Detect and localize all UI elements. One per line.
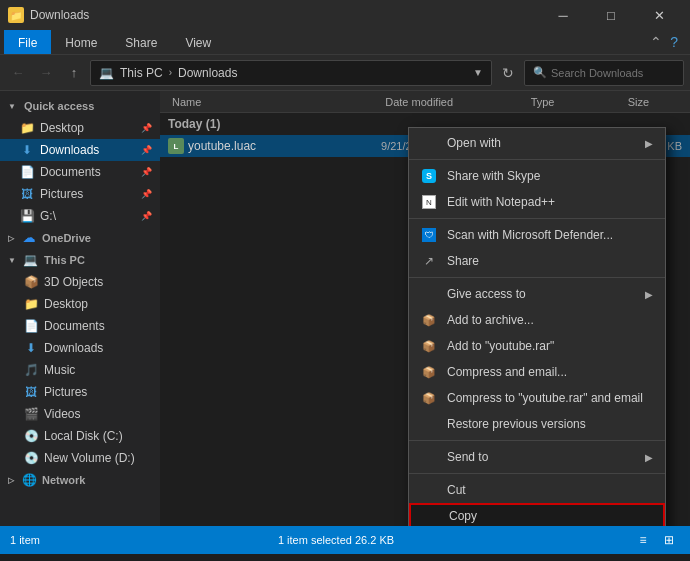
minimize-button[interactable]: ─	[540, 0, 586, 30]
file-content: Name Date modified Type Size Today (1) L…	[160, 91, 690, 526]
tab-view[interactable]: View	[171, 30, 225, 54]
sidebar-gdrive-label: G:\	[40, 209, 56, 223]
pin-icon2: 📌	[141, 145, 152, 155]
sidebar-item-videos[interactable]: 🎬 Videos	[0, 403, 160, 425]
documents2-icon: 📄	[24, 319, 38, 333]
ribbon-collapse-button[interactable]: ⌃	[650, 34, 662, 50]
documents-icon: 📄	[20, 165, 34, 179]
ctx-share-skype[interactable]: S Share with Skype	[409, 163, 665, 189]
sidebar-onedrive-label: OneDrive	[42, 232, 91, 244]
title-bar: 📁 Downloads ─ □ ✕	[0, 0, 690, 30]
sidebar: ▼ Quick access 📁 Desktop 📌 ⬇ Downloads 📌…	[0, 91, 160, 526]
address-bar: ← → ↑ 💻 This PC › Downloads ▼ ↻ 🔍	[0, 55, 690, 91]
winrar3-icon: 📦	[421, 364, 437, 380]
sidebar-desktop2-label: Desktop	[44, 297, 88, 311]
ctx-add-archive-label: Add to archive...	[447, 313, 534, 327]
tab-file[interactable]: File	[4, 30, 51, 54]
maximize-button[interactable]: □	[588, 0, 634, 30]
send-to-icon	[421, 449, 437, 465]
title-bar-left: 📁 Downloads	[8, 7, 89, 23]
sidebar-item-documents2[interactable]: 📄 Documents	[0, 315, 160, 337]
back-button[interactable]: ←	[6, 61, 30, 85]
open-with-arrow-icon: ▶	[645, 138, 653, 149]
winrar3-icon-img: 📦	[422, 365, 436, 379]
ctx-separator-5	[409, 473, 665, 474]
sidebar-item-3dobjects[interactable]: 📦 3D Objects	[0, 271, 160, 293]
ctx-defender[interactable]: 🛡 Scan with Microsoft Defender...	[409, 222, 665, 248]
sidebar-videos-label: Videos	[44, 407, 80, 421]
pin-icon5: 📌	[141, 211, 152, 221]
gdrive-icon: 💾	[20, 209, 34, 223]
forward-button[interactable]: →	[34, 61, 58, 85]
sidebar-item-documents[interactable]: 📄 Documents 📌	[0, 161, 160, 183]
ctx-cut[interactable]: Cut	[409, 477, 665, 503]
sidebar-item-music[interactable]: 🎵 Music	[0, 359, 160, 381]
status-bar: 1 item 1 item selected 26.2 KB ≡ ⊞	[0, 526, 690, 554]
ribbon: File Home Share View ⌃ ?	[0, 30, 690, 55]
ctx-open-with[interactable]: Open with ▶	[409, 130, 665, 156]
sidebar-network-label: Network	[42, 474, 85, 486]
sidebar-item-localc[interactable]: 💿 Local Disk (C:)	[0, 425, 160, 447]
ctx-notepad[interactable]: N Edit with Notepad++	[409, 189, 665, 215]
sidebar-newd-label: New Volume (D:)	[44, 451, 135, 465]
ctx-add-archive[interactable]: 📦 Add to archive...	[409, 307, 665, 333]
up-button[interactable]: ↑	[62, 61, 86, 85]
ctx-share[interactable]: ↗ Share	[409, 248, 665, 274]
ctx-send-to[interactable]: Send to ▶	[409, 444, 665, 470]
col-header-type[interactable]: Type	[527, 96, 624, 108]
downloads-icon: ⬇	[20, 143, 34, 157]
help-button[interactable]: ?	[670, 34, 678, 50]
close-button[interactable]: ✕	[636, 0, 682, 30]
sidebar-item-desktop[interactable]: 📁 Desktop 📌	[0, 117, 160, 139]
tab-home[interactable]: Home	[51, 30, 111, 54]
tab-share[interactable]: Share	[111, 30, 171, 54]
ctx-share-skype-label: Share with Skype	[447, 169, 540, 183]
ctx-separator-1	[409, 159, 665, 160]
file-name-youtube: youtube.luac	[188, 139, 377, 153]
ctx-give-access[interactable]: Give access to ▶	[409, 281, 665, 307]
ctx-send-to-label: Send to	[447, 450, 488, 464]
skype-icon: S	[421, 168, 437, 184]
network-arrow-icon: ▷	[8, 476, 14, 485]
sidebar-item-downloads2[interactable]: ⬇ Downloads	[0, 337, 160, 359]
address-path[interactable]: 💻 This PC › Downloads ▼	[90, 60, 492, 86]
sidebar-item-gdrive[interactable]: 💾 G:\ 📌	[0, 205, 160, 227]
ctx-give-access-label: Give access to	[447, 287, 526, 301]
tiles-view-button[interactable]: ⊞	[658, 529, 680, 551]
luac-file-icon: L	[168, 138, 184, 154]
search-input[interactable]	[551, 67, 675, 79]
path-dropdown-icon[interactable]: ▼	[473, 67, 483, 78]
ctx-copy[interactable]: Copy	[409, 503, 665, 526]
pictures2-icon: 🖼	[24, 385, 38, 399]
ctx-cut-label: Cut	[447, 483, 466, 497]
ctx-compress-email[interactable]: 📦 Compress and email...	[409, 359, 665, 385]
sidebar-item-pictures[interactable]: 🖼 Pictures 📌	[0, 183, 160, 205]
refresh-button[interactable]: ↻	[496, 61, 520, 85]
ctx-separator-2	[409, 218, 665, 219]
window-title: Downloads	[30, 8, 89, 22]
details-view-button[interactable]: ≡	[632, 529, 654, 551]
onedrive-arrow-icon: ▷	[8, 234, 14, 243]
music-icon: 🎵	[24, 363, 38, 377]
ctx-compress-youtubenar-email[interactable]: 📦 Compress to "youtube.rar" and email	[409, 385, 665, 411]
newd-icon: 💿	[24, 451, 38, 465]
sidebar-item-newd[interactable]: 💿 New Volume (D:)	[0, 447, 160, 469]
search-box[interactable]: 🔍	[524, 60, 684, 86]
cut-icon	[421, 482, 437, 498]
folder-icon: 📁	[8, 7, 24, 23]
sidebar-item-downloads[interactable]: ⬇ Downloads 📌	[0, 139, 160, 161]
pin-icon: 📌	[141, 123, 152, 133]
column-headers: Name Date modified Type Size	[160, 91, 690, 113]
ctx-separator-3	[409, 277, 665, 278]
winrar2-icon-img: 📦	[422, 339, 436, 353]
send-to-arrow-icon: ▶	[645, 452, 653, 463]
col-header-size[interactable]: Size	[624, 96, 682, 108]
ctx-add-youtubenar[interactable]: 📦 Add to "youtube.rar"	[409, 333, 665, 359]
sidebar-item-pictures2[interactable]: 🖼 Pictures	[0, 381, 160, 403]
col-header-name[interactable]: Name	[168, 96, 381, 108]
col-header-date[interactable]: Date modified	[381, 96, 526, 108]
ctx-restore-versions[interactable]: Restore previous versions	[409, 411, 665, 437]
sidebar-item-desktop2[interactable]: 📁 Desktop	[0, 293, 160, 315]
ctx-restore-versions-label: Restore previous versions	[447, 417, 586, 431]
path-icon: 💻	[99, 66, 114, 80]
